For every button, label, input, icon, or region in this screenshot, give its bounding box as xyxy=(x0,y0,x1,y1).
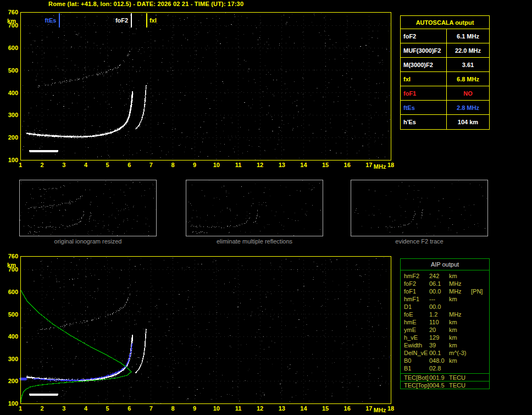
y-tick-label: 600 xyxy=(8,45,18,51)
x-tick-label: 6 xyxy=(128,162,131,168)
y-tick-label: 100 xyxy=(8,157,18,163)
aip-cell-extra xyxy=(471,272,489,280)
aip-cell-val: 129 xyxy=(429,334,449,341)
y-tick-label: 400 xyxy=(8,333,18,340)
autoscala-row-M(3000)F2: M(3000)F23.61 xyxy=(401,58,489,72)
aip-cell-unit: km xyxy=(449,318,471,326)
marker-fxI-label: fxI xyxy=(149,17,157,24)
autoscala-param-value: 3.61 xyxy=(447,58,489,71)
marker-ftEs-label: ftEs xyxy=(45,17,57,24)
x-tick-label: 14 xyxy=(300,162,307,168)
autoscala-param-label: fxI xyxy=(401,72,447,86)
thumbnail-original-canvas xyxy=(20,180,156,236)
x-tick-label: 11 xyxy=(235,405,242,412)
thumbnail-caption-evidence: evidence F2 trace xyxy=(351,238,488,245)
aip-cell-label: TEC[Bot] xyxy=(401,374,429,381)
aip-row-h_vE: h_vE129km xyxy=(401,334,489,341)
y-tick-label: 300 xyxy=(8,356,18,362)
aip-cell-val: 048.0 xyxy=(429,357,449,364)
autoscala-row-h'Es: h'Es104 km xyxy=(401,115,489,129)
aip-cell-unit: km xyxy=(449,357,471,364)
aip-cell-val: 39 xyxy=(429,341,449,349)
autoscala-row-foF1: foF1NO xyxy=(401,86,489,101)
x-tick-label: 2 xyxy=(41,162,44,168)
aip-table-title: AIP output xyxy=(401,259,489,270)
y-tick-label: 100 xyxy=(8,400,18,407)
aip-cell-extra xyxy=(471,364,489,372)
aip-cell-unit: km xyxy=(449,326,471,334)
aip-cell-extra xyxy=(471,374,489,381)
aip-cell-label: foE xyxy=(401,311,429,318)
thumbnail-evidence-canvas xyxy=(351,180,487,236)
aip-cell-label: hmF2 xyxy=(401,272,429,280)
y-tick-label: 200 xyxy=(8,134,18,141)
ionogram-bottom-plot: 123456789101112131415161718MHz1002003004… xyxy=(0,248,399,415)
aip-row-DelN_vE: DelN_vE00.1m^(-3) xyxy=(401,349,489,357)
thumbnail-caption-eliminate: eliminate multiple reflections xyxy=(186,238,323,245)
autoscala-param-value: 2.8 MHz xyxy=(447,101,489,114)
aip-row-hmE: hmE110km xyxy=(401,318,489,326)
aip-cell-val: 001.9 xyxy=(429,374,449,381)
aip-cell-label: ymE xyxy=(401,326,429,334)
x-tick-label: 11 xyxy=(235,162,242,168)
x-tick-label: 15 xyxy=(322,162,329,168)
aip-cell-val: 00.0 xyxy=(429,287,449,295)
aip-cell-extra xyxy=(471,357,489,364)
aip-cell-unit: TECU xyxy=(449,381,471,389)
aip-cell-unit: km xyxy=(449,334,471,341)
aip-tec-rows: TEC[Bot]001.9TECUTEC[Top]004.5TECU xyxy=(401,373,489,389)
x-tick-label: 9 xyxy=(193,162,196,168)
aip-cell-extra xyxy=(471,303,489,311)
aip-cell-val: 00.0 xyxy=(429,303,449,311)
aip-cell-unit: m^(-3) xyxy=(449,349,471,357)
autoscala-table-title: AUTOSCALA output xyxy=(401,16,489,29)
x-tick-label: 13 xyxy=(279,405,285,412)
autoscala-param-value: 22.0 MHz xyxy=(447,43,489,57)
thumbnail-eliminate-canvas xyxy=(186,180,323,236)
aip-cell-unit: km xyxy=(449,295,471,303)
aip-cell-val: 1.2 xyxy=(429,311,449,318)
aip-cell-label: hmF1 xyxy=(401,295,429,303)
thumbnail-original-ionogram xyxy=(19,180,157,236)
aip-cell-unit: km xyxy=(449,272,471,280)
station-title: Rome (lat: +41.8, lon: 012.5) - DATE: 20… xyxy=(48,1,243,7)
autoscala-param-label: foF2 xyxy=(401,29,447,43)
aip-cell-unit: MHz xyxy=(449,311,471,318)
autoscala-param-value: NO xyxy=(447,86,489,100)
x-tick-label: 14 xyxy=(300,405,307,412)
aip-cell-val: --- xyxy=(429,295,449,303)
aip-cell-label: Ewidth xyxy=(401,341,429,349)
x-tick-label: 8 xyxy=(171,405,174,412)
x-tick-label: 10 xyxy=(213,405,220,412)
aip-cell-extra: [PN] xyxy=(471,287,489,295)
y-tick-label: 500 xyxy=(8,311,18,318)
x-tick-label: 16 xyxy=(344,162,351,168)
autoscala-param-label: MUF(3000)F2 xyxy=(401,43,447,57)
aip-cell-label: DelN_vE xyxy=(401,349,429,357)
y-tick-label: 600 xyxy=(8,289,18,295)
x-axis-unit-label: MHz xyxy=(374,163,386,170)
autoscala-row-fxI: fxI6.8 MHz xyxy=(401,72,489,86)
x-tick-label: 7 xyxy=(149,405,153,412)
autoscala-table-rows: foF26.1 MHzMUF(3000)F222.0 MHzM(3000)F23… xyxy=(401,29,489,129)
aip-output-table: AIP output hmF2242kmfoF206.1MHzfoF100.0M… xyxy=(400,258,490,389)
x-tick-label: 6 xyxy=(128,405,131,412)
aip-cell-label: B1 xyxy=(401,364,429,372)
x-tick-label: 5 xyxy=(106,405,109,412)
x-tick-label: 18 xyxy=(387,405,394,412)
aip-cell-extra xyxy=(471,341,489,349)
autoscala-row-foF2: foF26.1 MHz xyxy=(401,29,489,43)
aip-row-B0: B0048.0km xyxy=(401,357,489,364)
x-tick-label: 1 xyxy=(19,162,22,168)
y-tick-label: 400 xyxy=(8,90,18,96)
aip-row-Ewidth: Ewidth39km xyxy=(401,341,489,349)
aip-cell-val: 20 xyxy=(429,326,449,334)
aip-cell-unit: MHz xyxy=(449,280,471,287)
aip-cell-val: 004.5 xyxy=(429,381,449,389)
y-tick-label: 200 xyxy=(8,378,18,384)
autoscala-output-table: AUTOSCALA output foF26.1 MHzMUF(3000)F22… xyxy=(400,15,490,130)
autoscala-param-label: M(3000)F2 xyxy=(401,58,447,71)
aip-cell-label: foF2 xyxy=(401,280,429,287)
aip-row-D1: D100.0 xyxy=(401,303,489,311)
aip-cell-unit: MHz xyxy=(449,287,471,295)
